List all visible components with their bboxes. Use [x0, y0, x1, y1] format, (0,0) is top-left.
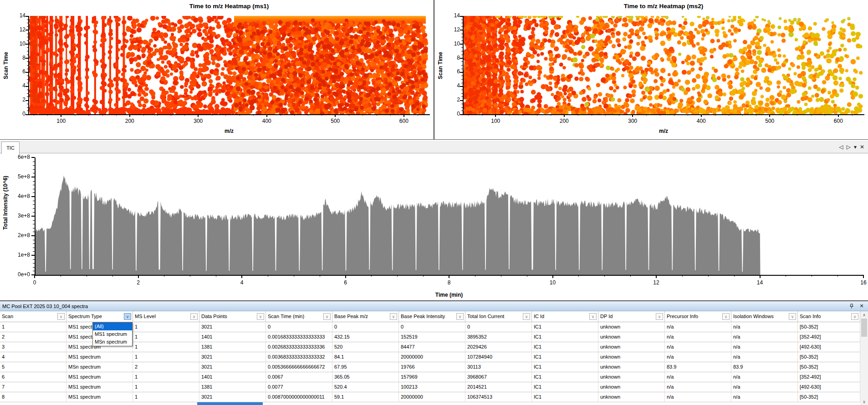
table-cell[interactable]: MS1 spectrum	[66, 392, 133, 402]
table-cell[interactable]: 20000000	[399, 392, 465, 402]
filter-button[interactable]: ∨	[57, 313, 65, 320]
table-cell[interactable]: 2	[133, 362, 199, 372]
table-cell[interactable]: IC1	[532, 352, 598, 362]
table-cell[interactable]: IC1	[532, 342, 598, 352]
filter-button[interactable]: ∨	[390, 313, 397, 320]
column-header[interactable]: Isolation Windows∨	[731, 311, 798, 322]
table-cell[interactable]: 432.15	[332, 332, 399, 342]
table-cell[interactable]: 0.0053666666666666672	[266, 362, 332, 372]
filter-button[interactable]: ∨	[789, 313, 796, 320]
table-cell[interactable]: IC1	[532, 332, 598, 342]
vertical-scrollbar[interactable]: ∧ ∨	[860, 311, 868, 405]
table-cell[interactable]: 7	[0, 382, 66, 392]
table-cell[interactable]: n/a	[665, 352, 731, 362]
table-cell[interactable]: MS1 spectrum	[66, 382, 133, 392]
table-cell[interactable]: 1	[133, 392, 199, 402]
table-cell[interactable]: 3021	[199, 352, 266, 362]
vertical-scrollbar-thumb[interactable]	[861, 319, 867, 337]
column-header[interactable]: Data Points∨	[199, 311, 266, 322]
filter-button[interactable]: ∨	[722, 313, 730, 320]
column-header[interactable]: DP Id∨	[598, 311, 665, 322]
table-cell[interactable]: n/a	[665, 372, 731, 382]
close-icon[interactable]: ✕	[858, 303, 865, 309]
pin-icon[interactable]	[848, 303, 855, 309]
table-cell[interactable]: [50-352]	[798, 392, 860, 402]
column-header[interactable]: Base Peak Intensity∨	[399, 311, 465, 322]
filter-button[interactable]: ∨	[456, 313, 464, 320]
table-cell[interactable]: 67.95	[332, 362, 399, 372]
table-cell[interactable]: 5	[0, 362, 66, 372]
column-header[interactable]: Total Ion Current∨	[465, 311, 532, 322]
table-cell[interactable]: 0.0077	[266, 382, 332, 392]
column-header[interactable]: Base Peak m/z∨	[332, 311, 399, 322]
table-cell[interactable]: IC1	[532, 392, 598, 402]
table-cell[interactable]: 83.9	[731, 362, 798, 372]
horizontal-scrollbar-thumb[interactable]	[197, 402, 263, 405]
table-cell[interactable]: unknown	[598, 392, 665, 402]
table-cell[interactable]: n/a	[665, 382, 731, 392]
table-cell[interactable]: 3021	[199, 362, 266, 372]
filter-button[interactable]: ∨	[851, 313, 858, 320]
table-cell[interactable]: n/a	[665, 322, 731, 332]
table-cell[interactable]: 30113	[465, 362, 532, 372]
table-cell[interactable]: 1	[133, 342, 199, 352]
table-cell[interactable]: n/a	[731, 332, 798, 342]
column-header[interactable]: Scan Time (min)∨	[266, 311, 332, 322]
tab-tic[interactable]: TIC	[1, 142, 20, 154]
filter-button[interactable]: ∨	[589, 313, 597, 320]
next-tab-icon[interactable]: ▷	[847, 144, 851, 150]
table-cell[interactable]: [352-492]	[798, 332, 860, 342]
filter-button[interactable]: ∨	[656, 313, 663, 320]
table-cell[interactable]: MS1 spectrum	[66, 372, 133, 382]
table-cell[interactable]: [492-630]	[798, 382, 860, 392]
table-cell[interactable]: 1	[0, 322, 66, 332]
table-cell[interactable]: [50-352]	[798, 322, 860, 332]
table-cell[interactable]: 1401	[199, 332, 266, 342]
table-cell[interactable]: 1381	[199, 382, 266, 392]
table-cell[interactable]: IC1	[532, 372, 598, 382]
close-panel-icon[interactable]: ✕	[860, 144, 864, 150]
table-cell[interactable]: 0.0067	[266, 372, 332, 382]
table-cell[interactable]: 1401	[199, 372, 266, 382]
table-cell[interactable]: unknown	[598, 342, 665, 352]
table-cell[interactable]: n/a	[731, 372, 798, 382]
horizontal-scrollbar[interactable]	[0, 402, 860, 405]
filter-dropdown-item[interactable]: MSn spectrum	[93, 338, 132, 346]
filter-dropdown-item[interactable]: MS1 spectrum	[93, 330, 132, 338]
table-cell[interactable]: 3968067	[465, 372, 532, 382]
table-cell[interactable]: 1381	[199, 342, 266, 352]
table-cell[interactable]: IC1	[532, 322, 598, 332]
table-cell[interactable]: MS1 spectrum	[66, 352, 133, 362]
table-cell[interactable]: 157969	[399, 372, 465, 382]
table-cell[interactable]: unknown	[598, 372, 665, 382]
table-cell[interactable]: n/a	[731, 342, 798, 352]
table-cell[interactable]: IC1	[532, 382, 598, 392]
filter-button[interactable]: ∨	[124, 313, 131, 320]
table-cell[interactable]: [352-492]	[798, 372, 860, 382]
table-cell[interactable]: unknown	[598, 352, 665, 362]
table-cell[interactable]: 83.9	[665, 362, 731, 372]
table-cell[interactable]: 1	[133, 382, 199, 392]
column-header[interactable]: MS Level∨	[133, 311, 199, 322]
table-cell[interactable]: 84.1	[332, 352, 399, 362]
table-cell[interactable]: [492-630]	[798, 342, 860, 352]
table-cell[interactable]: 0.0087000000000000011	[266, 392, 332, 402]
filter-button[interactable]: ∨	[523, 313, 530, 320]
table-cell[interactable]: 0.0016833333333333333	[266, 332, 332, 342]
column-header[interactable]: IC Id∨	[532, 311, 598, 322]
table-cell[interactable]: n/a	[731, 352, 798, 362]
table-cell[interactable]: n/a	[731, 322, 798, 332]
filter-dropdown-item[interactable]: (All)	[93, 323, 132, 330]
column-header[interactable]: Scan∨	[0, 311, 66, 322]
table-cell[interactable]: n/a	[731, 392, 798, 402]
table-cell[interactable]: 3021	[199, 322, 266, 332]
table-cell[interactable]: n/a	[731, 382, 798, 392]
table-cell[interactable]: 100213	[399, 382, 465, 392]
table-cell[interactable]: n/a	[665, 392, 731, 402]
table-cell[interactable]: 19766	[399, 362, 465, 372]
table-cell[interactable]: 1	[133, 332, 199, 342]
table-cell[interactable]: unknown	[598, 362, 665, 372]
table-cell[interactable]: 3895352	[465, 332, 532, 342]
table-cell[interactable]: 1	[133, 322, 199, 332]
column-header[interactable]: Scan Info∨	[798, 311, 860, 322]
